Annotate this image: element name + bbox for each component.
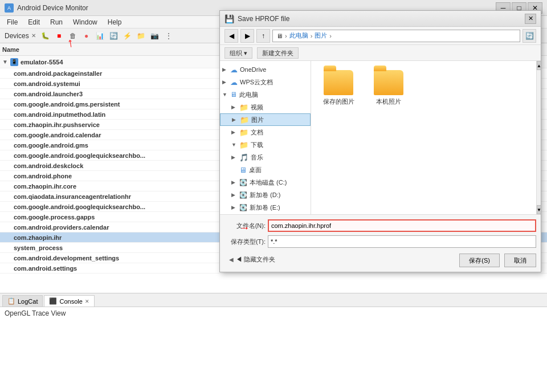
- drive-icon: 💽: [239, 191, 247, 199]
- tree-item-drive-e[interactable]: ▶ 💽 新加卷 (E:): [220, 201, 311, 214]
- debug-btn[interactable]: 🐛: [39, 30, 52, 42]
- trace-view-label: OpenGL Trace View: [5, 309, 66, 317]
- nav-back-button[interactable]: ◀: [224, 29, 238, 43]
- more-btn[interactable]: ⋮: [162, 30, 175, 42]
- hidden-folder-label: ◀ 隐藏文件夹: [236, 255, 275, 264]
- tree-item-label: 此电脑: [239, 91, 258, 99]
- scroll-up-button[interactable]: ▲: [537, 61, 541, 70]
- alloc-btn[interactable]: 📊: [94, 30, 107, 42]
- new-folder-button[interactable]: 新建文件夹: [257, 47, 299, 59]
- nav-refresh-button[interactable]: 🔄: [522, 29, 536, 43]
- expand-icon: ▶: [222, 79, 228, 85]
- path-computer[interactable]: 此电脑: [289, 31, 308, 40]
- process-name: com.zhaopin.ihr.pushservice: [14, 121, 100, 128]
- tree-item-music[interactable]: ▶ 🎵 音乐: [220, 151, 311, 164]
- process-name: com.android.development_settings: [14, 255, 119, 262]
- tree-item-desktop[interactable]: 🖥 桌面: [220, 164, 311, 176]
- dialog-toolbar: 组织 ▾ 新建文件夹: [220, 45, 541, 61]
- dialog-title-bar: 💾 Save HPROF file ✕: [220, 11, 541, 27]
- folder-icon: 📁: [239, 141, 248, 149]
- tab-logcat[interactable]: 📋 LogCat: [2, 295, 43, 307]
- dialog-close-button[interactable]: ✕: [525, 14, 536, 24]
- dialog-files[interactable]: 保存的图片 本机照片: [311, 61, 536, 214]
- app-title: Android Device Monitor: [17, 4, 88, 12]
- expand-icon: ▶: [231, 104, 237, 110]
- tab-console[interactable]: ⬛ Console ✕: [44, 295, 94, 307]
- tree-item-docs[interactable]: ▶ 📁 文档: [220, 126, 311, 138]
- tree-item-wps[interactable]: ▶ ☁ WPS云文档: [220, 76, 311, 88]
- tree-item-downloads[interactable]: ▼ 📁 下载: [220, 138, 311, 151]
- dialog-tree: ▶ ☁ OneDrive ▶ ☁ WPS云文档 ▼ 🖥 此电脑 ▶ 📁: [220, 61, 311, 214]
- expand-icon: ▶: [232, 117, 238, 122]
- menu-help[interactable]: Help: [103, 17, 126, 27]
- devices-tab-close[interactable]: ✕: [31, 32, 36, 39]
- tab-console-label: Console: [59, 298, 82, 305]
- menu-window[interactable]: Window: [68, 17, 102, 27]
- expand-icon: ▶: [231, 192, 237, 198]
- pc-icon: 🖥: [230, 91, 237, 99]
- toolbar-icons: 🐛 ■ 🗑 ● 📊 🔄 ⚡ 📁 📷 ⋮: [39, 30, 175, 42]
- file-label: 本机照片: [376, 97, 401, 106]
- dialog-bottom: 文件名(N): 保存类型(T): ◀ ◀ 隐藏文件夹 保存(S) 取消: [220, 214, 541, 272]
- save-button[interactable]: 保存(S): [459, 254, 500, 267]
- menu-edit[interactable]: Edit: [23, 17, 44, 27]
- expand-icon: ▶: [222, 67, 228, 72]
- screen-btn[interactable]: 📷: [149, 30, 161, 42]
- stop-btn[interactable]: ■: [53, 30, 66, 42]
- bottom-panel: 📋 LogCat ⬛ Console ✕ OpenGL Trace View: [0, 293, 547, 392]
- dialog-scrollbar[interactable]: ▲ ▼: [536, 61, 541, 214]
- tree-item-label: 下载: [251, 141, 263, 149]
- process-name: system_process: [14, 244, 63, 251]
- filename-row: 文件名(N):: [224, 219, 536, 232]
- process-name: com.android.systemui: [14, 80, 80, 87]
- tree-item-video[interactable]: ▶ 📁 视频: [220, 101, 311, 113]
- tree-item-pc[interactable]: ▼ 🖥 此电脑: [220, 88, 311, 101]
- process-name: com.google.android.gms.persistent: [14, 101, 120, 108]
- tree-item-label: 本地磁盘 (C:): [250, 178, 287, 187]
- file-item-camera-roll[interactable]: 本机照片: [368, 68, 409, 108]
- dialog-nav: ◀ ▶ ↑ 🖥 › 此电脑 › 图片 › 🔄: [220, 27, 541, 45]
- gc-btn[interactable]: 🗑: [67, 30, 79, 42]
- folder-icon: 📁: [240, 116, 249, 124]
- method-btn[interactable]: ⚡: [121, 30, 134, 42]
- organize-button[interactable]: 组织 ▾: [224, 47, 252, 59]
- expand-icon: ▶: [231, 205, 237, 210]
- tree-item-drive-c[interactable]: ▶ 💽 本地磁盘 (C:): [220, 176, 311, 189]
- filename-input[interactable]: [268, 219, 536, 232]
- file-item-saved-pictures[interactable]: 保存的图片: [318, 68, 359, 108]
- devices-tab[interactable]: Devices ✕: [2, 31, 38, 41]
- tree-item-label: 新加卷 (D:): [250, 191, 280, 199]
- tree-item-label: 文档: [251, 128, 263, 137]
- nav-up-button[interactable]: ↑: [256, 29, 270, 43]
- tree-item-drive-d[interactable]: ▶ 💽 新加卷 (D:): [220, 189, 311, 201]
- process-name: com.google.android.gms: [14, 142, 88, 149]
- tree-item-label: 新加卷 (E:): [250, 203, 280, 212]
- process-name: com.android.settings: [14, 265, 77, 272]
- menu-run[interactable]: Run: [46, 17, 67, 27]
- wps-icon: ☁: [230, 78, 238, 87]
- menu-file[interactable]: File: [2, 17, 22, 27]
- filetype-input[interactable]: [268, 235, 536, 248]
- path-pictures[interactable]: 图片: [315, 31, 327, 40]
- nav-forward-button[interactable]: ▶: [240, 29, 254, 43]
- device-name: emulator-5554: [21, 59, 63, 66]
- process-name: com.android.launcher3: [14, 91, 83, 97]
- tab-console-close[interactable]: ✕: [85, 299, 89, 304]
- scroll-down-button[interactable]: ▼: [537, 205, 541, 214]
- file-btn[interactable]: 📁: [135, 30, 148, 42]
- hprof-btn[interactable]: ●: [80, 30, 93, 42]
- tree-item-onedrive[interactable]: ▶ ☁ OneDrive: [220, 63, 311, 76]
- cancel-button[interactable]: 取消: [504, 254, 536, 267]
- process-name: com.android.providers.calendar: [14, 224, 109, 231]
- process-name: com.qiaodata.insuranceagentrelationhr: [14, 193, 131, 200]
- expand-icon: ▶: [231, 179, 237, 185]
- onedrive-icon: ☁: [230, 66, 238, 74]
- dialog-actions: 保存(S) 取消: [459, 254, 536, 267]
- tree-item-label: 桌面: [249, 166, 262, 174]
- thread-btn[interactable]: 🔄: [108, 30, 120, 42]
- tree-item-label: 音乐: [251, 153, 263, 162]
- hidden-folder-toggle[interactable]: ◀ ◀ 隐藏文件夹: [224, 253, 280, 266]
- app-icon: A: [5, 3, 14, 13]
- tree-item-pictures[interactable]: ▶ 📁 图片: [220, 113, 311, 126]
- expand-icon[interactable]: ▼: [2, 59, 8, 65]
